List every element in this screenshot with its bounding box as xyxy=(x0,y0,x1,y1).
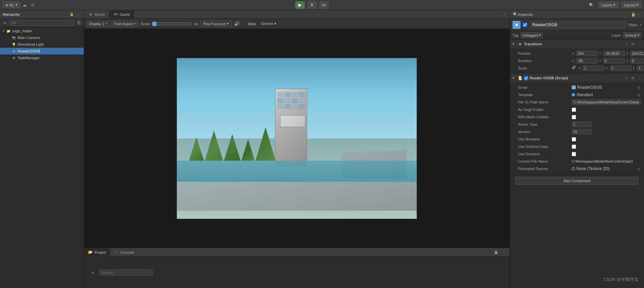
hierarchy-item-main-camera[interactable]: 📷 Main Camera xyxy=(0,34,84,41)
preloaded-texture-select-icon[interactable]: ◎ xyxy=(636,166,641,171)
tab-console[interactable]: ⬛ Console xyxy=(110,248,138,257)
hierarchy-item-directional-light[interactable]: 💡 Directional Light xyxy=(0,41,84,48)
reader-osgb-active-checkbox[interactable] xyxy=(524,76,528,80)
view-tabs-more[interactable]: ⋮ xyxy=(500,12,509,17)
gizmos-button[interactable]: Gizmos ▾ xyxy=(260,21,278,27)
tab-project[interactable]: 📂 Project xyxy=(84,248,110,257)
transform-more-icon[interactable]: ⋮ xyxy=(637,41,642,47)
rot-x-input[interactable] xyxy=(576,58,598,64)
bottom-more-icon[interactable]: ⋮ xyxy=(501,250,507,255)
use-schema-data-checkbox[interactable] xyxy=(572,145,576,149)
history-icon[interactable]: ↺ xyxy=(30,2,36,8)
cloud-icon[interactable]: ☁ xyxy=(22,2,28,8)
aspect-dropdown[interactable]: Free Aspect ▾ xyxy=(111,21,139,27)
use-brackets-checkbox[interactable] xyxy=(572,137,576,141)
reader-osgb-settings-icon[interactable]: ⚙ xyxy=(630,75,635,81)
play-button[interactable]: ▶ xyxy=(295,1,305,9)
reader-osgb-header-icons: ? ⚙ ⋮ xyxy=(623,75,642,81)
hierarchy-add-button[interactable]: + xyxy=(1,20,8,26)
reader-osgb-more-icon[interactable]: ⋮ xyxy=(637,75,642,81)
version-input[interactable] xyxy=(572,129,592,134)
search-icon[interactable]: 🔍 xyxy=(589,2,595,8)
tree-5 xyxy=(256,127,276,161)
scale-link-icon[interactable]: 🔗 xyxy=(572,66,576,71)
script-value: C# ReaderOSGB xyxy=(572,85,602,90)
sound-icon[interactable]: 🔊 xyxy=(234,21,239,26)
preloaded-texture-value-container: None (Texture 2D) xyxy=(572,166,636,171)
template-value-container: Standard xyxy=(572,92,593,97)
rot-z-input[interactable] xyxy=(630,58,644,64)
transform-title: Transform xyxy=(524,42,622,46)
object-name-input[interactable] xyxy=(530,22,626,28)
transform-icon: ⊕ xyxy=(517,41,523,47)
transform-header[interactable]: ▼ ⊕ Transform ? ⚙ ⋮ xyxy=(510,40,644,48)
with-mesh-collider-checkbox[interactable] xyxy=(572,115,576,119)
add-component-button[interactable]: Add Component xyxy=(515,177,639,185)
pos-z-label: Z xyxy=(626,52,630,55)
scale-slider[interactable] xyxy=(152,21,192,27)
as-osgb-folder-checkbox[interactable] xyxy=(572,108,576,112)
bottom-panel: 📂 Project ⬛ Console 🔓 ⋮ + xyxy=(84,248,509,288)
scale-label: Scale xyxy=(141,22,150,26)
layout-label: Layout xyxy=(624,3,635,7)
file-path-input[interactable] xyxy=(572,99,641,105)
layer-dropdown[interactable]: Default ▾ xyxy=(623,32,641,38)
display-label: Display 1 xyxy=(89,22,104,26)
scene-tab-label: Scene xyxy=(94,12,105,16)
scale-y-label: Y xyxy=(606,67,609,70)
scale-y-input[interactable] xyxy=(610,66,632,71)
scene-type-input[interactable] xyxy=(572,122,592,127)
hierarchy-item-reader-osgb[interactable]: ⚙ ReaderOSGB ⋮ xyxy=(0,48,84,54)
pos-x-input[interactable] xyxy=(576,51,598,56)
use-domains-checkbox[interactable] xyxy=(572,152,576,156)
bottom-search-input[interactable] xyxy=(99,270,153,276)
hierarchy-item-task-manager[interactable]: ⚙ TaskManager xyxy=(0,54,84,61)
hier-light-icon: 💡 xyxy=(11,42,16,47)
tab-scene[interactable]: ⊞ Scene xyxy=(84,10,109,19)
scale-x-input[interactable] xyxy=(582,66,604,71)
rot-y-input[interactable] xyxy=(603,58,625,64)
inspector-lock-icon[interactable]: 🔓 xyxy=(631,12,636,17)
hierarchy-header: Hierarchy 🔓 ⋮ xyxy=(0,10,84,19)
script-label: Script xyxy=(518,85,572,89)
hierarchy-more-icon[interactable]: ⋮ xyxy=(76,12,81,17)
stats-button[interactable]: Stats xyxy=(247,21,258,27)
transform-help-icon[interactable]: ? xyxy=(623,41,629,47)
template-select-icon[interactable]: ◎ xyxy=(636,92,641,97)
step-button[interactable]: ⏭ xyxy=(319,1,329,9)
gizmos-chevron: ▾ xyxy=(274,22,276,26)
reader-osgb-help-icon[interactable]: ? xyxy=(623,75,629,81)
position-label: Position xyxy=(518,51,572,55)
layout-button[interactable]: Layout ▾ xyxy=(621,2,641,8)
object-active-checkbox[interactable] xyxy=(523,23,527,27)
pos-z-input[interactable] xyxy=(630,51,644,56)
position-xyz: X Y Z xyxy=(572,51,644,56)
bottom-add-button[interactable]: + xyxy=(89,270,96,276)
hier-item-more-icon[interactable]: ⋮ xyxy=(77,48,82,54)
layout-chevron: ▾ xyxy=(636,3,638,7)
scale-z-input[interactable] xyxy=(637,66,644,71)
script-select-icon[interactable]: ◎ xyxy=(636,85,641,90)
display-dropdown[interactable]: Display 1 ▾ xyxy=(87,21,109,27)
account-chevron: ▾ xyxy=(15,3,17,7)
hier-camera-icon: 📷 xyxy=(11,35,16,40)
play-focused-button[interactable]: Play Focused ▾ xyxy=(200,20,232,27)
hierarchy-lock-icon[interactable]: 🔓 xyxy=(69,12,74,17)
hierarchy-item-osgb-loader[interactable]: ▼ 📁 osgb_loader xyxy=(0,28,84,34)
hier-item-label: Directional Light xyxy=(17,42,44,46)
static-dropdown-chevron[interactable]: ▾ xyxy=(640,23,641,27)
reader-osgb-header[interactable]: ▼ 📜 Reader OSGB (Script) ? ⚙ ⋮ xyxy=(510,74,644,82)
account-button[interactable]: ● HL ▾ xyxy=(3,2,21,8)
scale-label: Scale xyxy=(518,66,572,70)
transform-settings-icon[interactable]: ⚙ xyxy=(630,41,635,47)
inspector-more-icon[interactable]: ⋮ xyxy=(636,12,641,17)
hierarchy-filter-button[interactable]: ☰ xyxy=(76,20,82,26)
hierarchy-search-input[interactable] xyxy=(9,20,74,26)
tag-dropdown[interactable]: Untagged ▾ xyxy=(521,32,543,38)
pos-y-input[interactable] xyxy=(603,51,625,56)
version-label: Version xyxy=(518,130,572,134)
bottom-lock-icon[interactable]: 🔓 xyxy=(493,250,499,255)
layers-button[interactable]: Layers ▾ xyxy=(598,2,618,8)
tab-game[interactable]: 🎮 Game xyxy=(109,10,134,19)
pause-button[interactable]: ⏸ xyxy=(307,1,317,9)
